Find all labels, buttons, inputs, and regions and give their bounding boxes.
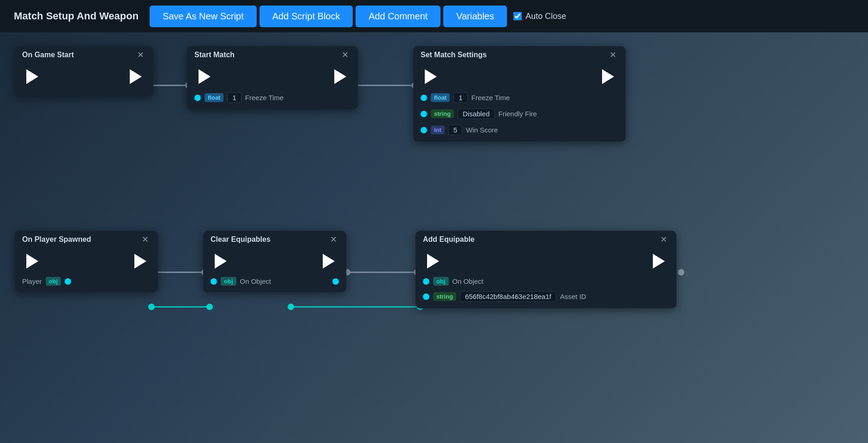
player-label: Player [22, 277, 42, 285]
block-title-player-spawned: On Player Spawned [22, 235, 91, 244]
friendly-fire-value[interactable]: Disabled [458, 108, 494, 119]
add-comment-button[interactable]: Add Comment [356, 6, 440, 27]
play-in-clear-eq[interactable] [211, 251, 231, 271]
play-out-clear-eq[interactable] [319, 251, 339, 271]
exec-dot-6 [678, 269, 684, 275]
block-title-set-match: Set Match Settings [421, 51, 487, 59]
close-player-spawned[interactable]: ✕ [140, 235, 151, 244]
exec-row-clear-eq [211, 251, 339, 271]
close-set-match[interactable]: ✕ [608, 51, 618, 59]
toolbar: Match Setup And Weapon Save As New Scrip… [0, 0, 868, 32]
play-tri-out-ceq [323, 254, 335, 269]
asset-id-label: Asset ID [560, 293, 586, 300]
block-header-clear-eq: Clear Equipables ✕ [203, 231, 346, 247]
play-triangle-in [26, 69, 38, 84]
obj-dot-2a [288, 304, 294, 310]
param-dot-float-2 [421, 95, 427, 101]
block-set-match-settings: Set Match Settings ✕ float 1 Freeze Time [413, 46, 626, 142]
exec-row-set-match [421, 66, 618, 87]
auto-close-text: Auto Close [525, 12, 566, 21]
freeze-time-label-2: Freeze Time [471, 94, 510, 102]
block-header-set-match: Set Match Settings ✕ [413, 46, 626, 63]
param-freeze-time-set: float 1 Freeze Time [421, 92, 618, 103]
save-as-new-button[interactable]: Save As New Script [150, 6, 257, 27]
friendly-fire-label: Friendly Fire [499, 110, 537, 118]
win-score-label: Win Score [466, 126, 498, 134]
play-triangle-out [130, 69, 142, 84]
block-body-add-eq: obj On Object string 656f8c42bf8ab463e21… [416, 247, 676, 308]
block-on-player-spawned: On Player Spawned ✕ Player obj [15, 231, 158, 292]
play-tri-in [199, 69, 211, 84]
block-title-add-eq: Add Equipable [423, 235, 475, 244]
obj-dot-player-out [65, 278, 71, 285]
play-out-add-eq[interactable] [649, 251, 669, 271]
auto-close-checkbox[interactable] [513, 12, 522, 20]
play-out-start-match[interactable] [330, 66, 350, 87]
block-title-on-game-start: On Game Start [22, 51, 74, 59]
param-freeze-time-start: float 1 Freeze Time [194, 92, 350, 103]
type-string-1: string [431, 109, 454, 118]
play-tri-out-set [602, 69, 614, 84]
play-out-player-spawned[interactable] [130, 251, 151, 271]
play-tri-in-ceq [215, 254, 227, 269]
type-obj-clear: obj [221, 277, 236, 286]
obj-dot-1b [206, 304, 213, 310]
on-object-label-clear: On Object [240, 277, 271, 285]
exec-row-player-spawned [22, 251, 151, 271]
script-title: Match Setup And Weapon [6, 6, 147, 27]
play-in-start-match[interactable] [194, 66, 215, 87]
close-add-eq[interactable]: ✕ [658, 235, 669, 244]
param-player-obj: Player obj [22, 277, 151, 286]
win-score-value[interactable]: 5 [448, 125, 462, 135]
block-header-add-eq: Add Equipable ✕ [416, 231, 676, 247]
on-object-label-add: On Object [452, 277, 484, 285]
block-clear-equipables: Clear Equipables ✕ obj On Object [203, 231, 346, 292]
freeze-time-value-1[interactable]: 1 [227, 92, 241, 103]
block-body-set-match: float 1 Freeze Time string Disabled Frie… [413, 63, 626, 142]
type-string-2: string [433, 292, 456, 301]
block-on-game-start: On Game Start ✕ [15, 46, 153, 96]
param-win-score: int 5 Win Score [421, 125, 618, 135]
obj-dot-clear-out [332, 278, 339, 285]
play-tri-out [334, 69, 346, 84]
play-in-on-game-start[interactable] [22, 66, 42, 87]
play-in-player-spawned[interactable] [22, 251, 42, 271]
exec-row-on-game-start [22, 66, 146, 87]
close-start-match[interactable]: ✕ [340, 51, 350, 59]
param-dot-float-1 [194, 95, 201, 101]
param-dot-string-2 [423, 293, 429, 300]
block-add-equipable: Add Equipable ✕ obj On Object string [416, 231, 676, 308]
freeze-time-label-1: Freeze Time [245, 94, 283, 102]
asset-id-value[interactable]: 656f8c42bf8ab463e218ea1f [460, 291, 556, 302]
param-on-object-clear: obj On Object [211, 277, 339, 286]
param-dot-string-1 [421, 111, 427, 117]
play-tri-out-aeq [653, 254, 665, 269]
block-body-player-spawned: Player obj [15, 247, 158, 292]
freeze-time-value-2[interactable]: 1 [453, 92, 467, 103]
type-obj-add: obj [433, 277, 449, 286]
type-float-2: float [431, 93, 450, 102]
add-script-block-button[interactable]: Add Script Block [259, 6, 353, 27]
param-on-object-add: obj On Object [423, 277, 669, 286]
param-friendly-fire: string Disabled Friendly Fire [421, 108, 618, 119]
block-title-start-match: Start Match [194, 51, 235, 59]
play-out-set-match[interactable] [598, 66, 618, 87]
param-asset-id: string 656f8c42bf8ab463e218ea1f Asset ID [423, 291, 669, 302]
play-in-add-eq[interactable] [423, 251, 443, 271]
block-body-on-game-start [15, 63, 153, 96]
play-tri-out-ps [134, 254, 146, 269]
block-header-start-match: Start Match ✕ [187, 46, 358, 63]
type-int-1: int [431, 126, 445, 134]
param-dot-int-1 [421, 127, 427, 133]
block-title-clear-eq: Clear Equipables [211, 235, 271, 244]
auto-close-label[interactable]: Auto Close [513, 12, 566, 21]
close-on-game-start[interactable]: ✕ [135, 51, 146, 59]
block-body-start-match: float 1 Freeze Time [187, 63, 358, 109]
play-in-set-match[interactable] [421, 66, 441, 87]
type-obj-player: obj [46, 277, 61, 286]
variables-button[interactable]: Variables [443, 6, 507, 27]
block-header-on-game-start: On Game Start ✕ [15, 46, 153, 63]
play-out-on-game-start[interactable] [126, 66, 146, 87]
close-clear-eq[interactable]: ✕ [328, 235, 339, 244]
block-start-match: Start Match ✕ float 1 Freeze Time [187, 46, 358, 109]
